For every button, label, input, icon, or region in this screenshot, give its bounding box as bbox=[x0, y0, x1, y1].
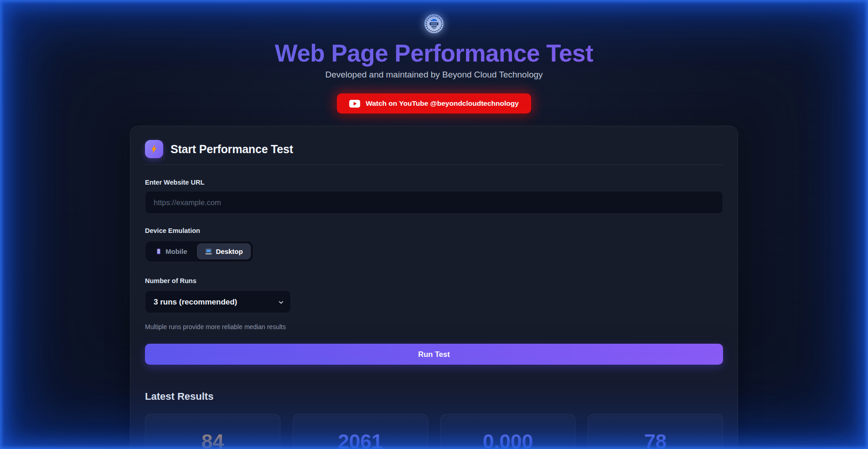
card-title: Start Performance Test bbox=[170, 143, 293, 156]
lightning-icon bbox=[145, 140, 163, 158]
result-value: 0.000 bbox=[483, 430, 533, 449]
laptop-icon bbox=[205, 248, 212, 255]
device-option-mobile-label: Mobile bbox=[165, 248, 187, 255]
url-label: Enter Website URL bbox=[145, 179, 723, 186]
device-toggle: Mobile Desktop bbox=[145, 241, 253, 262]
device-option-desktop[interactable]: Desktop bbox=[197, 243, 251, 259]
youtube-button-label: Watch on YouTube @beyondcloudtechnology bbox=[366, 99, 519, 108]
page-subtitle: Developed and maintained by Beyond Cloud… bbox=[130, 70, 738, 80]
site-logo-icon bbox=[424, 14, 444, 34]
mobile-phone-icon bbox=[155, 248, 162, 255]
card-header: Start Performance Test bbox=[145, 140, 723, 158]
divider bbox=[145, 165, 723, 165]
youtube-play-icon bbox=[349, 100, 360, 108]
page-background: Web Page Performance Test Developed and … bbox=[130, 0, 738, 449]
hero-header: Web Page Performance Test Developed and … bbox=[130, 14, 738, 114]
runs-help-text: Multiple runs provide more reliable medi… bbox=[145, 323, 723, 330]
runs-select[interactable]: 3 runs (recommended) bbox=[145, 291, 290, 313]
page-title: Web Page Performance Test bbox=[130, 40, 738, 67]
result-card: 78 bbox=[588, 414, 723, 449]
results-grid: 84 2061 0.000 78 bbox=[145, 414, 723, 449]
run-test-button[interactable]: Run Test bbox=[145, 344, 723, 365]
latest-results-title: Latest Results bbox=[145, 391, 723, 403]
result-card: 0.000 bbox=[440, 414, 576, 449]
website-url-input[interactable] bbox=[145, 191, 723, 214]
result-value: 78 bbox=[644, 430, 666, 449]
number-of-runs-label: Number of Runs bbox=[145, 277, 723, 284]
device-emulation-label: Device Emulation bbox=[145, 227, 723, 234]
start-performance-test-card: Start Performance Test Enter Website URL… bbox=[130, 126, 738, 449]
runs-select-wrapper: 3 runs (recommended) bbox=[145, 290, 291, 313]
result-value: 84 bbox=[202, 430, 224, 449]
result-card: 2061 bbox=[293, 414, 428, 449]
result-value: 2061 bbox=[338, 430, 382, 449]
device-option-desktop-label: Desktop bbox=[216, 248, 243, 255]
result-card: 84 bbox=[145, 414, 280, 449]
device-option-mobile[interactable]: Mobile bbox=[148, 243, 195, 259]
youtube-button[interactable]: Watch on YouTube @beyondcloudtechnology bbox=[337, 93, 531, 114]
